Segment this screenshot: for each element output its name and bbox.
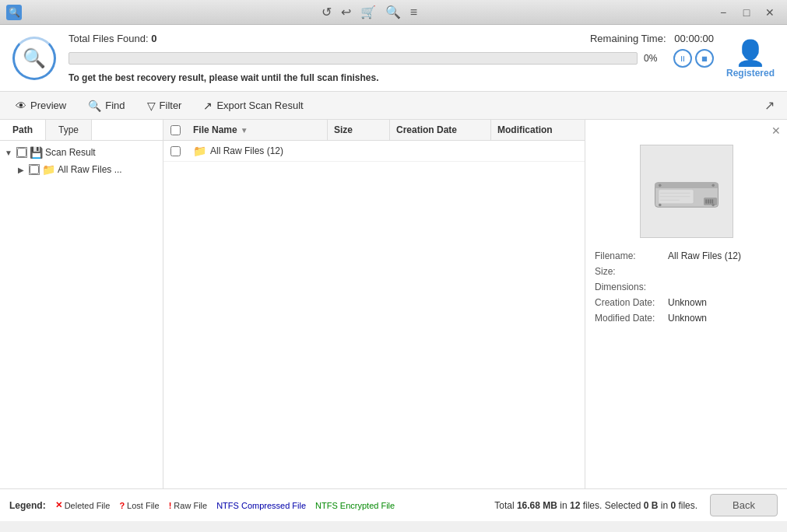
all-raw-checkbox[interactable] — [29, 164, 40, 175]
svg-point-12 — [711, 184, 715, 187]
export-button[interactable]: ↗ Export Scan Result — [194, 96, 312, 116]
ntfs-compressed-label: NTFS Compressed File — [216, 501, 306, 510]
row-mod-col — [491, 147, 585, 155]
filter-icon: ▽ — [147, 100, 156, 112]
progress-percent: 0% — [644, 53, 667, 64]
scan-result-icon: 💾 — [30, 146, 43, 159]
title-bar-left: 🔍 — [6, 5, 26, 20]
tab-type[interactable]: Type — [46, 120, 92, 140]
preview-close-button[interactable]: ✕ — [771, 124, 781, 137]
all-raw-check-input[interactable] — [30, 165, 39, 174]
scan-result-check-input[interactable] — [17, 148, 26, 157]
select-all-checkbox[interactable] — [170, 125, 181, 135]
header-info: Total Files Found: 0 Remaining Time: 00:… — [69, 33, 714, 83]
pause-button[interactable]: ⏸ — [673, 49, 692, 68]
svg-point-14 — [711, 204, 715, 207]
search-icon-tb[interactable]: 🔍 — [385, 5, 401, 19]
filename-label: Filename: — [595, 250, 665, 261]
find-label: Find — [105, 100, 125, 111]
modified-date-value: Unknown — [668, 313, 707, 324]
filter-label: Filter — [160, 100, 182, 111]
lost-label: Lost File — [127, 501, 160, 510]
toolbar: 👁 Preview 🔍 Find ▽ Filter ↗ Export Scan … — [0, 92, 787, 120]
creation-date-label: Creation Date: — [595, 297, 665, 308]
progress-row: 0% ⏸ ⏹ — [69, 49, 714, 68]
hint-text: To get the best recovery result, please … — [69, 72, 714, 83]
raw-label: Raw File — [174, 501, 207, 510]
tab-path[interactable]: Path — [0, 120, 46, 140]
tree-expand-raw-icon[interactable]: ▶ — [16, 164, 26, 175]
date-col-label: Creation Date — [396, 124, 457, 135]
menu-icon[interactable]: ≡ — [410, 5, 417, 19]
tree-item-scan-result[interactable]: ▼ 💾 Scan Result — [0, 144, 163, 161]
svg-rect-6 — [711, 199, 713, 203]
row-date-col — [390, 147, 491, 155]
main-content: Path Type ▼ 💾 Scan Result ▶ 📁 All Raw Fi… — [0, 120, 787, 488]
preview-button[interactable]: 👁 Preview — [6, 96, 76, 116]
row-name-value: All Raw Files (12) — [210, 145, 283, 156]
maximize-button[interactable]: □ — [736, 3, 757, 22]
cart-icon[interactable]: 🛒 — [360, 5, 376, 19]
minimize-button[interactable]: − — [712, 3, 734, 22]
header-check-col — [163, 120, 187, 140]
toolbar-left: 👁 Preview 🔍 Find ▽ Filter ↗ Export Scan … — [6, 96, 313, 116]
deleted-label: Deleted File — [65, 501, 111, 510]
sort-arrow-icon[interactable]: ▼ — [241, 126, 248, 135]
row-size-col — [328, 147, 390, 155]
export-icon: ↗ — [203, 100, 213, 112]
svg-rect-3 — [705, 199, 707, 203]
find-icon: 🔍 — [88, 100, 101, 112]
tree-area: ▼ 💾 Scan Result ▶ 📁 All Raw Files ... — [0, 141, 163, 181]
scan-icon: 🔍 — [12, 37, 56, 80]
legend-label: Legend: — [9, 500, 46, 511]
find-button[interactable]: 🔍 Find — [79, 96, 134, 116]
legend-raw: ! Raw File — [169, 501, 207, 510]
close-button[interactable]: ✕ — [759, 3, 781, 22]
legend-ntfs-compressed: NTFS Compressed File — [216, 501, 306, 510]
all-raw-label: All Raw Files ... — [58, 164, 122, 175]
refresh-icon[interactable]: ↺ — [321, 5, 332, 19]
legend-area: Legend: ✕ Deleted File ? Lost File ! Raw… — [9, 500, 395, 511]
tree-expand-icon[interactable]: ▼ — [3, 147, 14, 158]
selected-size: 0 B — [644, 500, 659, 511]
selected-count: 0 — [670, 500, 676, 511]
title-bar-icons: ↺ ↩ 🛒 🔍 ≡ — [315, 5, 423, 19]
registered-label: Registered — [726, 68, 775, 79]
right-panel: File Name ▼ Size Creation Date Modificat… — [163, 120, 585, 488]
back-button[interactable]: Back — [710, 494, 778, 516]
header-stats: Total Files Found: 0 Remaining Time: 00:… — [69, 33, 714, 44]
preview-label: Preview — [30, 100, 66, 111]
preview-image-box — [640, 145, 733, 238]
detail-size-row: Size: — [595, 266, 778, 277]
svg-point-11 — [659, 184, 662, 187]
share-button[interactable]: ↗ — [758, 95, 781, 116]
svg-point-13 — [659, 204, 662, 207]
files-count: 12 — [570, 500, 580, 511]
row-checkbox[interactable] — [170, 146, 181, 156]
file-table: File Name ▼ Size Creation Date Modificat… — [163, 120, 585, 488]
left-panel: Path Type ▼ 💾 Scan Result ▶ 📁 All Raw Fi… — [0, 120, 163, 488]
progress-bar-container — [69, 52, 638, 65]
header-date-col[interactable]: Creation Date — [390, 120, 491, 140]
remaining-time-value: 00:00:00 — [674, 33, 714, 44]
ntfs-encrypted-label: NTFS Encrypted File — [315, 501, 395, 510]
header-mod-col[interactable]: Modification — [491, 120, 585, 140]
header-name-col[interactable]: File Name ▼ — [187, 120, 328, 140]
status-bar: Legend: ✕ Deleted File ? Lost File ! Raw… — [0, 488, 787, 521]
size-label: Size: — [595, 266, 665, 277]
stop-button[interactable]: ⏹ — [695, 49, 714, 68]
preview-panel: ✕ — [585, 120, 787, 488]
legend-deleted: ✕ Deleted File — [55, 500, 111, 510]
deleted-marker: ✕ — [55, 500, 62, 510]
row-check-col — [163, 142, 187, 161]
header-size-col[interactable]: Size — [328, 120, 390, 140]
filter-button[interactable]: ▽ Filter — [138, 96, 191, 116]
raw-marker: ! — [169, 501, 172, 510]
detail-filename-row: Filename: All Raw Files (12) — [595, 250, 778, 261]
scan-result-label: Scan Result — [45, 147, 96, 158]
tree-item-all-raw[interactable]: ▶ 📁 All Raw Files ... — [0, 161, 163, 178]
detail-dimensions-row: Dimensions: — [595, 282, 778, 292]
scan-result-checkbox[interactable] — [16, 147, 27, 158]
back-history-icon[interactable]: ↩ — [341, 5, 351, 19]
table-row[interactable]: 📁 All Raw Files (12) — [163, 141, 585, 162]
